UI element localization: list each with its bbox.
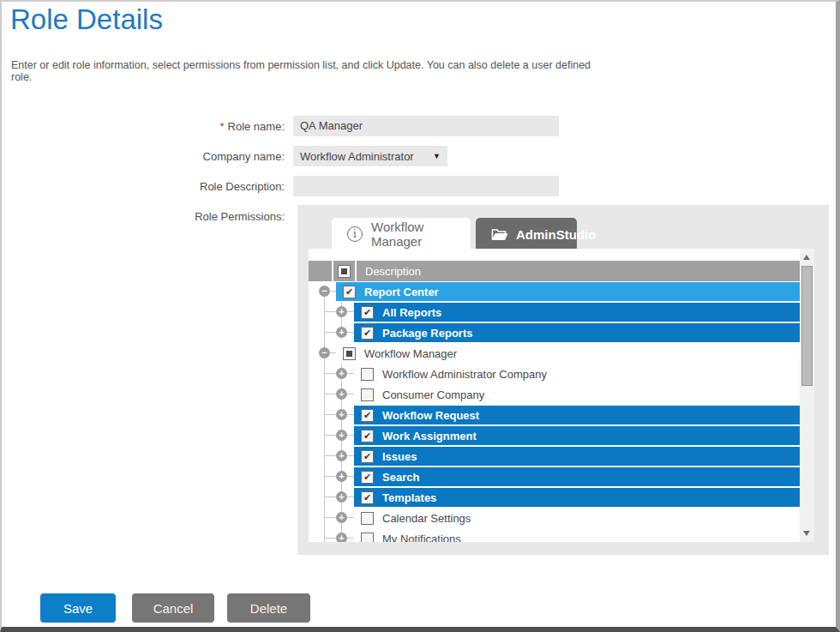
row-highlight: ✔Work Assignment bbox=[354, 426, 800, 445]
tree-line bbox=[325, 517, 336, 518]
role-name-input[interactable] bbox=[293, 116, 559, 136]
row-highlight: ✔Issues bbox=[354, 447, 800, 466]
tab-adminstudio[interactable]: AdminStudio bbox=[476, 218, 577, 250]
tree-line bbox=[325, 332, 336, 333]
row-checkbox[interactable]: ✔ bbox=[361, 450, 374, 463]
expand-toggle-icon[interactable]: + bbox=[336, 388, 347, 400]
grid-header-checkbox-cell bbox=[333, 261, 355, 281]
tree-line bbox=[324, 302, 325, 322]
tree-line bbox=[325, 394, 336, 394]
tree-line bbox=[324, 364, 325, 384]
row-label: Work Assignment bbox=[382, 430, 477, 442]
grid-header-expand-column bbox=[309, 261, 332, 281]
role-description-input[interactable] bbox=[293, 176, 559, 196]
table-row[interactable]: +Consumer Company bbox=[309, 384, 800, 405]
collapse-toggle-icon[interactable]: − bbox=[319, 286, 330, 297]
row-checkbox[interactable]: ✔ bbox=[361, 306, 374, 319]
tree-line bbox=[330, 352, 336, 353]
save-button[interactable]: Save bbox=[40, 593, 116, 623]
row-checkbox[interactable] bbox=[361, 533, 374, 543]
scrollbar-thumb[interactable] bbox=[801, 266, 813, 386]
table-row[interactable]: +✔All Reports bbox=[309, 302, 800, 322]
expand-toggle-icon[interactable]: + bbox=[336, 491, 347, 503]
row-highlight: ✔Package Reports bbox=[354, 323, 800, 342]
row-highlight: ✔Workflow Request bbox=[354, 406, 800, 424]
table-row[interactable]: +✔Search bbox=[309, 466, 800, 487]
expand-toggle-icon[interactable]: + bbox=[336, 430, 347, 441]
row-highlight: My Notifications bbox=[354, 529, 800, 542]
tree-line bbox=[324, 405, 325, 425]
tree-line bbox=[347, 497, 354, 497]
row-label: Consumer Company bbox=[382, 388, 484, 401]
tree-line bbox=[347, 538, 354, 539]
expand-toggle-icon[interactable]: + bbox=[336, 471, 347, 482]
row-label: Templates bbox=[382, 491, 436, 504]
chevron-down-icon: ▼ bbox=[433, 152, 441, 160]
expand-toggle-icon[interactable]: + bbox=[336, 512, 347, 523]
company-name-label: Company name: bbox=[2, 150, 285, 163]
indeterminate-mark bbox=[346, 351, 352, 357]
tree-line bbox=[325, 455, 336, 456]
row-checkbox[interactable] bbox=[361, 388, 374, 401]
table-row[interactable]: +✔Workflow Request bbox=[309, 405, 800, 425]
expand-toggle-icon[interactable]: + bbox=[336, 327, 347, 338]
tab-label: Workflow Manager bbox=[371, 220, 455, 249]
row-highlight: Consumer Company bbox=[354, 385, 800, 404]
tree-line bbox=[330, 291, 336, 292]
row-checkbox[interactable]: ✔ bbox=[361, 430, 374, 442]
info-icon bbox=[347, 226, 363, 242]
scroll-down-arrow-icon[interactable] bbox=[803, 531, 810, 536]
vertical-scrollbar[interactable] bbox=[800, 249, 814, 542]
table-row[interactable]: −✔Report Center bbox=[309, 281, 800, 302]
expand-toggle-icon[interactable]: + bbox=[336, 450, 347, 461]
table-row[interactable]: +✔Templates bbox=[309, 487, 800, 508]
tree-line bbox=[347, 373, 354, 374]
row-highlight: ✔Templates bbox=[354, 488, 800, 507]
row-label: Workflow Administrator Company bbox=[382, 368, 547, 381]
expand-toggle-icon[interactable]: + bbox=[336, 409, 347, 420]
intro-text: Enter or edit role information, select p… bbox=[11, 59, 611, 83]
grid-header-row: Description bbox=[309, 261, 800, 281]
scroll-up-arrow-icon[interactable] bbox=[803, 255, 810, 260]
row-label: My Notifications bbox=[382, 533, 461, 543]
table-row[interactable]: +✔Issues bbox=[309, 446, 800, 466]
row-label: Workflow Manager bbox=[364, 347, 457, 360]
row-checkbox[interactable]: ✔ bbox=[361, 491, 374, 504]
tree-line bbox=[324, 384, 325, 405]
collapse-toggle-icon[interactable]: − bbox=[319, 347, 330, 358]
grid-header-description: Description bbox=[357, 261, 800, 281]
expand-toggle-icon[interactable]: + bbox=[336, 533, 347, 542]
row-checkbox[interactable]: ✔ bbox=[361, 471, 374, 484]
role-details-page: Role Details Enter or edit role informat… bbox=[0, 0, 840, 632]
required-marker: * bbox=[219, 120, 224, 133]
table-row[interactable]: −Workflow Manager bbox=[309, 343, 800, 364]
permissions-grid: Description −✔Report Center+✔All Reports… bbox=[309, 249, 814, 542]
row-checkbox[interactable] bbox=[361, 368, 374, 381]
row-label: All Reports bbox=[382, 306, 441, 319]
tab-workflow-manager[interactable]: Workflow Manager bbox=[332, 218, 471, 250]
expand-toggle-icon[interactable]: + bbox=[336, 368, 347, 379]
select-all-checkbox[interactable] bbox=[338, 265, 351, 278]
table-row[interactable]: +Workflow Administrator Company bbox=[309, 364, 800, 384]
tree-line bbox=[347, 394, 354, 394]
cancel-button[interactable]: Cancel bbox=[132, 593, 214, 623]
tree-line bbox=[347, 476, 354, 477]
row-checkbox[interactable]: ✔ bbox=[343, 286, 356, 298]
tree-line bbox=[324, 425, 325, 446]
delete-button[interactable]: Delete bbox=[227, 593, 310, 623]
table-row[interactable]: +Calendar Settings bbox=[309, 508, 800, 528]
row-checkbox[interactable] bbox=[361, 512, 374, 525]
tree-line bbox=[325, 414, 336, 415]
role-permissions-label: Role Permissions: bbox=[2, 210, 285, 223]
table-row[interactable]: +✔Work Assignment bbox=[309, 425, 800, 446]
tree-line bbox=[347, 332, 354, 333]
tree-line bbox=[324, 322, 325, 343]
row-checkbox[interactable] bbox=[343, 347, 356, 360]
row-label: Workflow Request bbox=[382, 409, 479, 422]
row-checkbox[interactable]: ✔ bbox=[361, 327, 374, 340]
table-row[interactable]: +My Notifications bbox=[309, 528, 800, 542]
row-checkbox[interactable]: ✔ bbox=[361, 409, 374, 422]
company-name-select[interactable]: Workflow Administrator ▼ bbox=[293, 146, 447, 166]
expand-toggle-icon[interactable]: + bbox=[336, 306, 347, 317]
table-row[interactable]: +✔Package Reports bbox=[309, 322, 800, 343]
